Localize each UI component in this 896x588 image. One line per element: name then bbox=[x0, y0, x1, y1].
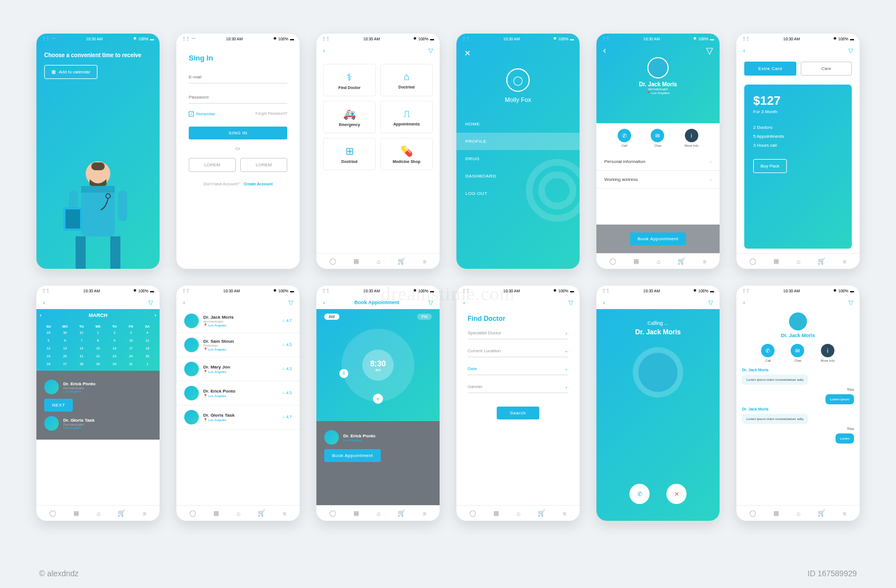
status-bar: ⋮⋮⋯ 10:30 AM ✱100%▬ bbox=[36, 34, 160, 44]
book-button[interactable]: Book Appointment bbox=[324, 449, 381, 462]
tile-find-doctor[interactable]: ⚕Find Doctor bbox=[323, 64, 376, 96]
calling-name: Dr. Jack Moris bbox=[635, 328, 680, 336]
filter-icon[interactable]: ▽ bbox=[848, 47, 853, 54]
nav-user-icon[interactable]: ◯ bbox=[329, 258, 336, 265]
chat-message: Lorem bbox=[836, 433, 854, 444]
bottom-nav: ◯▦⌂🛒≡ bbox=[316, 253, 440, 269]
status-bar: ⋮⋮⋯ 10:30 AM ✱100%▬ bbox=[176, 34, 300, 44]
welcome-screen: ⋮⋮⋯ 10:30 AM ✱100%▬ Choose a convenient … bbox=[36, 34, 160, 269]
password-input[interactable] bbox=[189, 91, 287, 104]
tab-care[interactable]: Care bbox=[801, 62, 852, 76]
doctor-illustration bbox=[59, 151, 137, 269]
rating: ☆ 4.5 bbox=[282, 343, 292, 347]
specialist-select[interactable]: Specialist Doctor⌄ bbox=[468, 330, 568, 339]
doctor-row[interactable]: Dr. Sam StounPeditrican📍 Los Angeles ☆ 4… bbox=[176, 333, 300, 357]
rating: ☆ 4.3 bbox=[282, 367, 292, 371]
doctor-avatar bbox=[184, 314, 199, 328]
side-menu-screen: ⋮⋮10:30 AM✱100%▬ ✕ ◯ Molly Fox HOME PROF… bbox=[456, 34, 580, 269]
watermark-author: © alexdndz bbox=[39, 569, 78, 578]
battery-icon: ▬ bbox=[150, 37, 154, 41]
alt-login-2[interactable]: LOREM bbox=[240, 158, 287, 172]
tile-medicine[interactable]: 💊Medicine Shop bbox=[380, 138, 433, 170]
accept-call-button[interactable]: ✆ bbox=[629, 484, 650, 504]
watermark-id: ID 167589929 bbox=[808, 569, 857, 578]
remember-checkbox[interactable]: ✓Remember bbox=[189, 111, 216, 116]
prev-month[interactable]: ‹ bbox=[40, 312, 41, 318]
doctor-row[interactable]: Dr. Mary Jon📍 Los Angeles ☆ 4.3 bbox=[176, 357, 300, 381]
search-button[interactable]: Search bbox=[497, 407, 539, 419]
personal-info-row[interactable]: Personal information› bbox=[596, 153, 720, 171]
doctor-avatar bbox=[184, 362, 199, 376]
tile-appointments[interactable]: ⎍Appointments bbox=[380, 101, 433, 133]
price: $127 bbox=[753, 94, 843, 108]
next-month[interactable]: › bbox=[155, 312, 156, 318]
info-action[interactable]: iMore info bbox=[684, 129, 698, 147]
tab-extra-care[interactable]: Extra Care bbox=[744, 62, 796, 76]
rating: ☆ 4.7 bbox=[282, 415, 292, 419]
back-icon[interactable]: ‹ bbox=[323, 47, 325, 54]
svg-rect-1 bbox=[91, 162, 105, 170]
next-button[interactable]: NEXT bbox=[44, 399, 73, 412]
close-icon[interactable]: ✕ bbox=[464, 49, 471, 58]
create-account-link[interactable]: Create Account bbox=[244, 182, 272, 186]
back-icon[interactable]: ‹ bbox=[603, 45, 606, 55]
pm-toggle[interactable]: PM bbox=[417, 314, 432, 320]
decline-call-button[interactable]: ✕ bbox=[666, 484, 687, 504]
am-toggle[interactable]: AM bbox=[324, 314, 339, 320]
gender-select[interactable]: Gander⌄ bbox=[468, 384, 568, 393]
profile-avatar[interactable]: ◯ bbox=[506, 68, 530, 92]
welcome-heading: Choose a convenient time to receive bbox=[44, 52, 152, 59]
email-input[interactable] bbox=[189, 71, 287, 83]
signal-icon: ⋮⋮ bbox=[42, 36, 50, 41]
time-picker-screen: ⋮⋮10:30 AM✱100%▬ ‹Book Appointment▽ AM P… bbox=[316, 286, 440, 521]
forgot-link[interactable]: Forget Password? bbox=[255, 111, 287, 116]
chat-info[interactable]: iMore info bbox=[820, 344, 834, 362]
chat-message: Lorem ipsum dolor conssectetuer adip bbox=[742, 414, 808, 424]
tile-doctriod[interactable]: ⌂Doctriod bbox=[380, 64, 433, 96]
chat-call[interactable]: ✆Call bbox=[761, 344, 774, 362]
svg-point-12 bbox=[542, 175, 573, 206]
find-title: Find Doctor bbox=[468, 315, 568, 323]
alt-login-1[interactable]: LOREM bbox=[189, 158, 236, 172]
svg-rect-7 bbox=[118, 190, 127, 221]
doctor-avatar bbox=[647, 57, 669, 78]
call-action[interactable]: ✆Call bbox=[618, 129, 631, 147]
chat-message: Lorem ipsum bbox=[825, 394, 854, 404]
chat-msg[interactable]: ✉Chat bbox=[791, 344, 804, 362]
doctor-row[interactable]: Dr. Jack Morisdermatologist📍 Los Angeles… bbox=[176, 309, 300, 333]
calendar-grid[interactable]: SUMOTUWETHFRSA 2930311234 567891011 1213… bbox=[36, 321, 160, 371]
nav-home-icon[interactable]: ⌂ bbox=[376, 258, 380, 265]
signin-button[interactable]: SING IN bbox=[189, 127, 287, 139]
home-grid-screen: ⋮⋮10:30 AM✱100%▬ ‹▽ ⚕Find Doctor ⌂Doctri… bbox=[316, 34, 440, 269]
chat-avatar bbox=[789, 312, 807, 330]
date-select[interactable]: Date⌄ bbox=[468, 366, 568, 375]
filter-icon[interactable]: ▽ bbox=[706, 45, 713, 56]
signin-title: Sing In bbox=[189, 54, 287, 62]
nav-cart-icon[interactable]: 🛒 bbox=[398, 258, 405, 265]
doctor-row[interactable]: Dr. Gloris Task📍 Los Angeles ☆ 4.7 bbox=[176, 405, 300, 430]
chat-message: Lorem ipsum dolor conssectetuer adip bbox=[742, 375, 808, 385]
nav-menu-icon[interactable]: ≡ bbox=[423, 258, 426, 265]
menu-home[interactable]: HOME bbox=[456, 115, 580, 133]
calendar-icon: ▦ bbox=[52, 69, 56, 74]
tile-doctriod-2[interactable]: ⊞Doctriod bbox=[323, 138, 376, 170]
buy-pack-button[interactable]: Buy Pack bbox=[753, 159, 787, 173]
doctor-avatar bbox=[184, 338, 199, 352]
tile-emergency[interactable]: 🚑Emergency bbox=[323, 101, 376, 133]
back-icon[interactable]: ‹ bbox=[743, 47, 745, 54]
menu-profile[interactable]: PROFILE bbox=[456, 133, 580, 150]
filter-icon[interactable]: ▽ bbox=[428, 47, 433, 54]
chat-action[interactable]: ✉Chat bbox=[651, 129, 664, 147]
svg-rect-5 bbox=[110, 236, 120, 269]
doctor-avatar bbox=[184, 386, 199, 400]
doctor-name: Dr. Jack Moris bbox=[596, 81, 720, 87]
clock-face[interactable]: 8:30 am 6 8 bbox=[342, 329, 414, 402]
location-select[interactable]: Current Location⌄ bbox=[468, 348, 568, 357]
nav-grid-icon[interactable]: ▦ bbox=[353, 258, 359, 265]
address-row[interactable]: Working address› bbox=[596, 171, 720, 189]
add-calendar-button[interactable]: ▦ Add to calendar bbox=[44, 65, 97, 79]
book-appointment-button[interactable]: Book Appointment bbox=[630, 232, 687, 245]
doctor-row[interactable]: Dr. Erick Ponto📍 Los Angeles ☆ 4.5 bbox=[176, 381, 300, 405]
calling-avatar bbox=[638, 353, 678, 392]
status-time: 10:30 AM bbox=[86, 37, 103, 41]
